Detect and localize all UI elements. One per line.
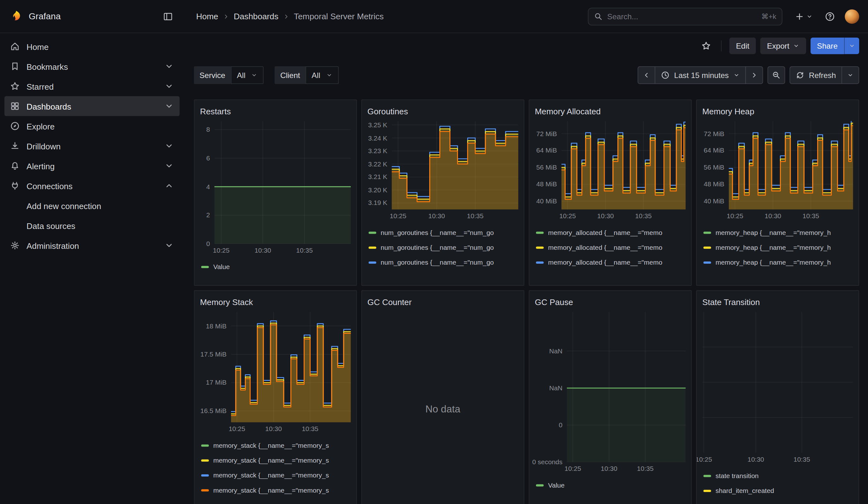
user-avatar[interactable] xyxy=(845,9,859,24)
panel-title[interactable]: Restarts xyxy=(200,106,231,116)
legend-item[interactable]: memory_heap {__name__="memory_h xyxy=(703,225,853,240)
chart-canvas[interactable] xyxy=(729,121,853,209)
legend-item[interactable]: memory_allocated {__name__="memo xyxy=(536,225,685,240)
variable-value-dropdown[interactable]: All xyxy=(306,66,338,84)
favorite-star-button[interactable] xyxy=(699,39,713,53)
chart-canvas[interactable] xyxy=(231,312,351,422)
legend-item[interactable]: memory_heap {__name__="memory_h xyxy=(703,270,853,275)
share-button[interactable]: Share xyxy=(810,38,844,54)
panel-header: Memory Allocated xyxy=(535,103,685,119)
chart-plot[interactable] xyxy=(214,121,351,244)
legend-item[interactable]: memory_heap {__name__="memory_h xyxy=(703,255,853,270)
legend-item[interactable]: num_goroutines {__name__="num_go xyxy=(369,255,518,270)
legend-item[interactable]: memory_stack {__name__="memory_s xyxy=(201,438,351,453)
panel-title[interactable]: State Transition xyxy=(702,297,760,307)
x-axis-label: 10:30 xyxy=(255,247,271,255)
chart-canvas[interactable] xyxy=(561,121,686,209)
refresh-segment: Refresh xyxy=(789,66,859,84)
sidebar-item-bookmarks[interactable]: Bookmarks xyxy=(4,56,179,76)
legend-label: Value xyxy=(213,263,230,271)
legend-item[interactable]: memory_allocated {__name__="memo xyxy=(536,270,685,275)
sidebar-item-alerting[interactable]: Alerting xyxy=(4,156,179,176)
help-button[interactable] xyxy=(823,9,837,24)
legend-item[interactable]: Value xyxy=(536,477,685,492)
breadcrumb-item-home[interactable]: Home xyxy=(196,12,218,21)
chart-canvas[interactable] xyxy=(702,312,853,453)
panel-title[interactable]: Goroutines xyxy=(368,106,408,116)
y-axis-label: 16.5 MiB xyxy=(200,407,227,415)
legend-label: Value xyxy=(548,481,564,489)
sidebar-item-starred[interactable]: Starred xyxy=(4,76,179,96)
search-input[interactable] xyxy=(607,12,757,21)
edit-button[interactable]: Edit xyxy=(730,38,756,54)
legend-item[interactable]: memory_stack {__name__="memory_s xyxy=(201,483,351,497)
sidebar-item-explore[interactable]: Explore xyxy=(4,116,179,136)
add-new-button[interactable] xyxy=(792,9,815,24)
breadcrumb-item-dashboards[interactable]: Dashboards xyxy=(234,12,278,21)
chart-canvas[interactable] xyxy=(392,121,518,209)
legend-item[interactable]: memory_stack {__name__="memory_s xyxy=(201,453,351,468)
sidebar-item-drilldown[interactable]: Drilldown xyxy=(4,136,179,156)
chevron-right-icon xyxy=(283,13,289,20)
chart-plot[interactable] xyxy=(392,121,518,209)
y-axis-label: 0 seconds xyxy=(532,458,562,466)
zoom-out-button[interactable] xyxy=(767,66,785,84)
chart-plot[interactable] xyxy=(567,312,685,462)
chart-plot[interactable] xyxy=(561,121,686,209)
grafana-logo-icon[interactable] xyxy=(9,9,23,24)
legend-item[interactable]: memory_heap {__name__="memory_h xyxy=(703,240,853,255)
sidebar-item-administration[interactable]: Administration xyxy=(4,236,179,256)
sidebar-item-add-new-connection[interactable]: Add new connection xyxy=(4,196,179,216)
y-axis-label: NaN xyxy=(549,384,562,392)
plot-row: 3.19 K3.20 K3.21 K3.22 K3.23 K3.24 K3.25… xyxy=(368,121,518,209)
y-axis-label: 0 xyxy=(206,240,210,248)
variable-value-dropdown[interactable]: All xyxy=(231,66,264,84)
time-range-label: Last 15 minutes xyxy=(674,71,729,80)
legend-label: memory_heap {__name__="memory_h xyxy=(715,258,831,266)
sidebar-item-data-sources[interactable]: Data sources xyxy=(4,216,179,236)
legend-item[interactable]: shard_item_created xyxy=(703,483,853,498)
apps-icon xyxy=(10,101,20,111)
grafana-app: Grafana HomeDashboardsTemporal Server Me… xyxy=(0,0,868,504)
zoom-out-icon xyxy=(772,71,781,80)
chart-plot[interactable] xyxy=(231,312,351,422)
legend-item[interactable]: Value xyxy=(201,259,351,274)
panel-title[interactable]: Memory Stack xyxy=(200,297,253,307)
legend-label: memory_heap {__name__="memory_h xyxy=(715,274,831,275)
sidebar-item-connections[interactable]: Connections xyxy=(4,176,179,196)
time-shift-back-button[interactable] xyxy=(638,66,655,84)
chart-canvas[interactable] xyxy=(567,312,685,462)
sidebar-item-label: Explore xyxy=(27,121,55,131)
panel-title[interactable]: Memory Allocated xyxy=(535,106,601,116)
legend-item[interactable]: num_goroutines {__name__="num_go xyxy=(369,225,518,240)
panel-title[interactable]: GC Counter xyxy=(368,297,412,307)
legend-item[interactable]: num_goroutines {__name__="num_go xyxy=(369,270,518,275)
legend-item[interactable]: memory_allocated {__name__="memo xyxy=(536,240,685,255)
time-range-picker[interactable]: Last 15 minutes xyxy=(655,66,746,84)
main-split: HomeBookmarksStarredDashboardsExploreDri… xyxy=(0,33,868,504)
panel-title[interactable]: Memory Heap xyxy=(702,106,754,116)
x-axis-label: 10:30 xyxy=(265,425,282,433)
refresh-button[interactable]: Refresh xyxy=(789,66,842,84)
panel-title[interactable]: GC Pause xyxy=(535,297,573,307)
chart-plot[interactable] xyxy=(702,312,853,453)
y-axis: 02468 xyxy=(200,121,215,244)
sidebar-item-dashboards[interactable]: Dashboards xyxy=(4,96,179,116)
legend-item[interactable]: memory_stack {__name__="memory_s xyxy=(201,468,351,483)
chart-canvas[interactable] xyxy=(214,121,351,244)
search-shortcut: ⌘+k xyxy=(761,12,776,21)
x-axis-label: 10:35 xyxy=(637,465,654,473)
share-menu-button[interactable] xyxy=(844,38,859,54)
legend-item[interactable]: state transition xyxy=(703,468,853,483)
legend-item[interactable]: memory_allocated {__name__="memo xyxy=(536,255,685,270)
sidebar-item-label: Connections xyxy=(27,181,73,191)
legend-swatch xyxy=(201,474,209,476)
chart-plot[interactable] xyxy=(729,121,853,209)
dock-sidebar-button[interactable] xyxy=(161,9,175,24)
y-axis-label: 3.19 K xyxy=(368,199,387,207)
export-button[interactable]: Export xyxy=(761,38,806,54)
sidebar-item-home[interactable]: Home xyxy=(4,37,179,56)
legend-item[interactable]: num_goroutines {__name__="num_go xyxy=(369,240,518,255)
refresh-interval-button[interactable] xyxy=(841,66,859,84)
time-shift-forward-button[interactable] xyxy=(745,66,763,84)
